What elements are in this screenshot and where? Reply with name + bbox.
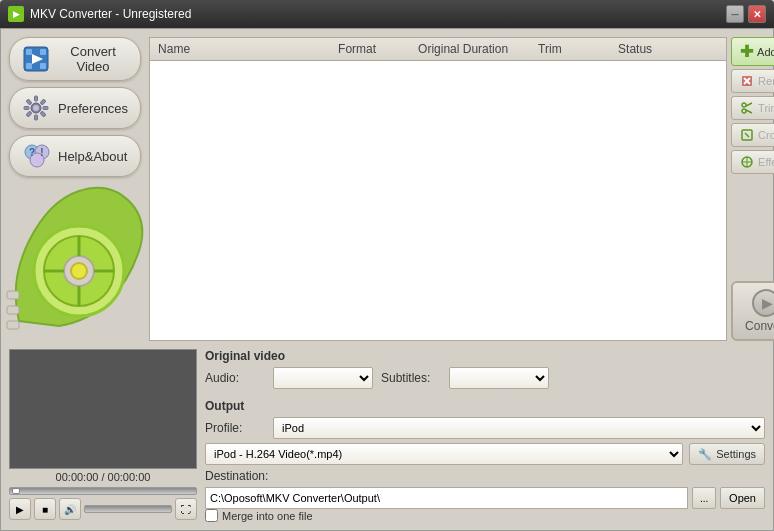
convert-play-icon: ▶: [752, 289, 774, 317]
close-button[interactable]: ✕: [748, 5, 766, 23]
progress-thumb: [12, 488, 20, 494]
file-list-container: Name Format Original Duration Trim Statu…: [149, 37, 774, 341]
sidebar: Convert Video: [9, 37, 141, 341]
film-reel-decoration: [0, 161, 169, 341]
svg-rect-3: [26, 63, 32, 69]
svg-rect-2: [40, 49, 46, 55]
merge-checkbox[interactable]: [205, 509, 218, 522]
play-button[interactable]: ▶: [9, 498, 31, 520]
trim-button[interactable]: Trim: [731, 96, 774, 120]
svg-point-23: [64, 256, 94, 286]
svg-rect-1: [26, 49, 32, 55]
original-video-group: Original video Audio: Subtitles:: [205, 349, 765, 393]
bottom-section: 00:00:00 / 00:00:00 ▶ ■ 🔊 ⛶ Original vid…: [1, 349, 773, 530]
original-video-title: Original video: [205, 349, 765, 363]
svg-point-15: [33, 105, 39, 111]
convert-video-button[interactable]: Convert Video: [9, 37, 141, 81]
scissors-icon: [740, 101, 754, 115]
open-button[interactable]: Open: [720, 487, 765, 509]
merge-row: Merge into one file: [205, 509, 765, 522]
audio-button[interactable]: 🔊: [59, 498, 81, 520]
svg-rect-10: [43, 107, 48, 110]
svg-rect-13: [26, 111, 32, 117]
remove-label: Remove: [758, 75, 774, 87]
preferences-label: Preferences: [58, 101, 128, 116]
add-button[interactable]: ✚ Add: [731, 37, 774, 66]
audio-label: Audio:: [205, 371, 265, 385]
app-icon: ▶: [8, 6, 24, 22]
profile-label: Profile:: [205, 421, 265, 435]
destination-label: Destination:: [205, 469, 268, 483]
preferences-button[interactable]: Preferences: [9, 87, 141, 129]
help-about-label: Help&About: [58, 149, 127, 164]
audio-row: Audio: Subtitles:: [205, 367, 765, 389]
svg-point-24: [71, 263, 87, 279]
subtitles-label: Subtitles:: [381, 371, 441, 385]
crop-label: Crop: [758, 129, 774, 141]
help-icon: ? !: [22, 142, 50, 170]
destination-label-row: Destination:: [205, 469, 765, 483]
col-status-header: Status: [618, 42, 718, 56]
profile-select[interactable]: iPod iPhone iPad Apple TV AVI MP4: [273, 417, 765, 439]
video-progress-bar[interactable]: [9, 487, 197, 495]
video-frame: [9, 349, 197, 469]
minimize-button[interactable]: ─: [726, 5, 744, 23]
fullscreen-button[interactable]: ⛶: [175, 498, 197, 520]
col-format-header: Format: [338, 42, 418, 56]
add-label: Add: [757, 46, 774, 58]
main-window: Convert Video: [0, 28, 774, 531]
col-duration-header: Original Duration: [418, 42, 538, 56]
effect-button[interactable]: Effect: [731, 150, 774, 174]
effect-icon: [740, 155, 754, 169]
format-row: iPod - H.264 Video(*.mp4) iPod - MPEG-4 …: [205, 443, 765, 465]
svg-point-36: [742, 109, 746, 113]
svg-point-35: [742, 103, 746, 107]
convert-video-label: Convert Video: [58, 44, 128, 74]
subtitles-select[interactable]: [449, 367, 549, 389]
add-plus-icon: ✚: [740, 42, 753, 61]
file-area: Name Format Original Duration Trim Statu…: [149, 37, 774, 341]
crop-button[interactable]: Crop: [731, 123, 774, 147]
settings-panel: Original video Audio: Subtitles: Output: [205, 349, 765, 522]
svg-line-40: [745, 133, 749, 137]
svg-rect-11: [26, 99, 32, 105]
svg-text:?: ?: [29, 147, 35, 158]
window-title: MKV Converter - Unregistered: [30, 7, 191, 21]
title-bar: ▶ MKV Converter - Unregistered ─ ✕: [0, 0, 774, 28]
svg-rect-29: [7, 291, 19, 299]
content-area: Convert Video: [1, 29, 773, 349]
settings-button[interactable]: 🔧 Settings: [689, 443, 765, 465]
col-trim-header: Trim: [538, 42, 618, 56]
film-icon: [22, 45, 50, 73]
svg-rect-14: [40, 111, 46, 117]
svg-rect-9: [24, 107, 29, 110]
output-title: Output: [205, 399, 765, 413]
format-select[interactable]: iPod - H.264 Video(*.mp4) iPod - MPEG-4 …: [205, 443, 683, 465]
volume-slider[interactable]: [84, 505, 172, 513]
svg-point-21: [34, 226, 124, 316]
audio-select[interactable]: [273, 367, 373, 389]
browse-button[interactable]: ...: [692, 487, 716, 509]
remove-icon: [740, 74, 754, 88]
window-controls: ─ ✕: [726, 5, 766, 23]
profile-row: Profile: iPod iPhone iPad Apple TV AVI M…: [205, 417, 765, 439]
destination-row: ... Open: [205, 487, 765, 509]
svg-line-38: [746, 110, 752, 113]
svg-rect-4: [40, 63, 46, 69]
svg-text:!: !: [40, 147, 43, 158]
svg-rect-8: [35, 115, 38, 120]
add-button-group: ✚ Add ▼: [731, 37, 774, 66]
destination-input[interactable]: [205, 487, 688, 509]
remove-button[interactable]: Remove: [731, 69, 774, 93]
svg-rect-12: [40, 99, 46, 105]
convert-button[interactable]: ▶ Convert: [731, 281, 774, 341]
settings-label: Settings: [716, 448, 756, 460]
video-time: 00:00:00 / 00:00:00: [9, 469, 197, 485]
merge-label: Merge into one file: [222, 510, 313, 522]
svg-rect-31: [7, 321, 19, 329]
effect-label: Effect: [758, 156, 774, 168]
stop-button[interactable]: ■: [34, 498, 56, 520]
help-about-button[interactable]: ? ! Help&About: [9, 135, 141, 177]
trim-label: Trim: [758, 102, 774, 114]
crop-icon: [740, 128, 754, 142]
